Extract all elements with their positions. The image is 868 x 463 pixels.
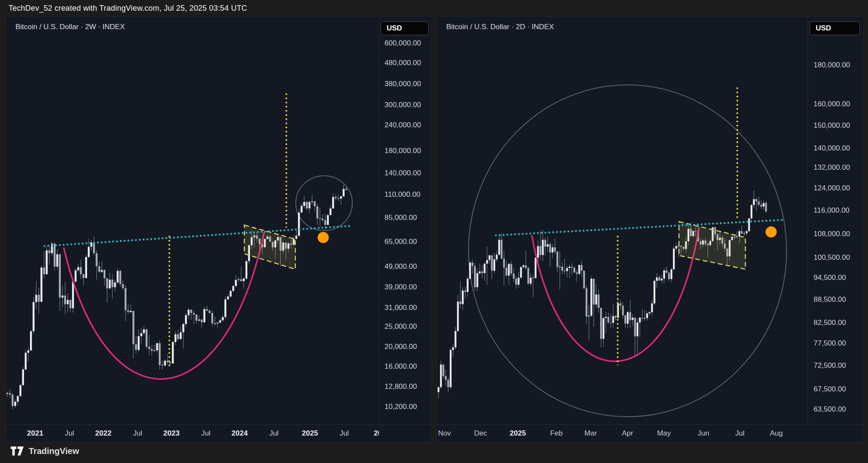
price-axis-label: 480,000.00 bbox=[384, 59, 421, 67]
time-axis-labels: 2021Jul2022Jul2023Jul2024Jul2025Jul2026 bbox=[6, 425, 379, 442]
price-axis-label: 94,500.00 bbox=[814, 274, 846, 282]
time-axis-label: Jul bbox=[269, 429, 279, 438]
price-axis-label: 140,000.00 bbox=[384, 169, 421, 177]
price-axis-label: 116,000.00 bbox=[814, 206, 850, 215]
price-axis-label: 20,000.00 bbox=[384, 343, 417, 351]
time-axis-label: Dec bbox=[474, 429, 487, 438]
brand-text[interactable]: TradingView bbox=[29, 446, 79, 456]
price-axis-label: 180,000.00 bbox=[814, 61, 850, 69]
time-axis-label: Jun bbox=[697, 429, 709, 438]
neckline-trendline[interactable] bbox=[45, 226, 351, 246]
time-axis-labels: NovDec2025FebMarAprMayJunJulAug bbox=[437, 425, 808, 442]
time-axis-label: May bbox=[657, 429, 671, 438]
time-axis-label: Feb bbox=[550, 429, 562, 438]
price-axis-label: 25,000.00 bbox=[384, 322, 417, 331]
time-axis-label: Nov bbox=[438, 429, 451, 438]
price-axis-label: 49,000.00 bbox=[384, 262, 417, 271]
time-axis-label: Jul bbox=[133, 429, 142, 438]
time-axis-label: Jul bbox=[735, 429, 745, 438]
time-axis-label: Aug bbox=[770, 429, 783, 438]
price-axis-label: 140,000.00 bbox=[814, 144, 850, 153]
time-axis[interactable]: 2021Jul2022Jul2023Jul2024Jul2025Jul2026 bbox=[6, 424, 432, 442]
time-axis-label: 2022 bbox=[95, 429, 111, 438]
currency-button[interactable]: USD bbox=[810, 21, 860, 35]
currency-button[interactable]: USD bbox=[381, 21, 429, 35]
price-axis-label: 300,000.00 bbox=[384, 101, 421, 109]
attribution-text: TechDev_52 created with TradingView.com,… bbox=[9, 4, 247, 12]
price-axis-label: 124,000.00 bbox=[814, 184, 850, 192]
price-axis-label: 12,800.00 bbox=[384, 382, 417, 391]
price-axis-label: 380,000.00 bbox=[384, 80, 421, 88]
target-dot[interactable] bbox=[318, 232, 329, 243]
price-axis-label: 65,000.00 bbox=[384, 238, 417, 246]
price-axis-label: 72,500.00 bbox=[814, 361, 846, 370]
time-axis-label: Jul bbox=[339, 429, 349, 438]
tradingview-logo[interactable] bbox=[10, 445, 25, 457]
footer-brand-bar: TradingView bbox=[10, 445, 79, 457]
chart-title: Bitcoin / U.S. Dollar · 2W · INDEX bbox=[15, 23, 125, 31]
candlestick-series bbox=[438, 190, 767, 398]
price-axis-label: 150,000.00 bbox=[814, 121, 850, 130]
time-axis-label: Mar bbox=[584, 429, 597, 438]
attribution-bar: TechDev_52 created with TradingView.com,… bbox=[9, 4, 247, 13]
price-axis[interactable]: USD 600,000.00480,000.00380,000.00300,00… bbox=[378, 17, 432, 442]
time-axis-label: Jul bbox=[65, 429, 74, 438]
chart-panel-right: Bitcoin / U.S. Dollar · 2D · INDEX USD 1… bbox=[436, 16, 863, 442]
time-axis-label: Jul bbox=[201, 429, 210, 438]
price-axis-label: 100,500.00 bbox=[814, 253, 850, 262]
price-axis-label: 82,500.00 bbox=[814, 319, 846, 327]
chart-panel-left: Bitcoin / U.S. Dollar · 2W · INDEX USD 6… bbox=[6, 16, 432, 442]
price-axis-label: 67,500.00 bbox=[814, 385, 846, 394]
time-axis-label: 2021 bbox=[27, 429, 43, 438]
price-axis-label: 160,000.00 bbox=[814, 100, 850, 108]
time-axis-label: 2023 bbox=[163, 429, 180, 438]
chart-title: Bitcoin / U.S. Dollar · 2D · INDEX bbox=[446, 23, 554, 31]
candlestick-chart[interactable] bbox=[6, 17, 379, 425]
time-axis-label: 2025 bbox=[302, 429, 318, 438]
time-axis-label: Apr bbox=[622, 429, 633, 438]
candlestick-chart[interactable] bbox=[437, 17, 808, 425]
price-axis[interactable]: USD 180,000.00160,000.00150,000.00140,00… bbox=[808, 17, 863, 442]
price-axis-label: 39,000.00 bbox=[384, 283, 417, 292]
time-axis-label: 2025 bbox=[510, 429, 526, 438]
time-axis-label: 2026 bbox=[374, 429, 379, 438]
price-axis-label: 88,500.00 bbox=[814, 295, 846, 304]
price-axis-label: 180,000.00 bbox=[384, 147, 421, 155]
time-axis-label: 2024 bbox=[231, 429, 248, 438]
price-axis-label: 77,500.00 bbox=[814, 339, 846, 348]
price-axis-label: 63,500.00 bbox=[814, 405, 846, 414]
target-dot[interactable] bbox=[766, 226, 777, 238]
price-axis-label: 110,000.00 bbox=[384, 190, 420, 199]
price-axis-label: 31,000.00 bbox=[384, 304, 417, 312]
price-axis-label: 16,000.00 bbox=[384, 362, 417, 371]
price-axis-label: 600,000.00 bbox=[384, 39, 421, 48]
price-axis-label: 108,000.00 bbox=[814, 230, 850, 238]
price-axis-label: 85,000.00 bbox=[384, 213, 417, 222]
price-axis-label: 132,000.00 bbox=[814, 163, 850, 172]
time-axis[interactable]: NovDec2025FebMarAprMayJunJulAug bbox=[437, 424, 863, 442]
price-axis-label: 240,000.00 bbox=[384, 121, 421, 129]
price-axis-label: 10,200.00 bbox=[384, 403, 417, 411]
